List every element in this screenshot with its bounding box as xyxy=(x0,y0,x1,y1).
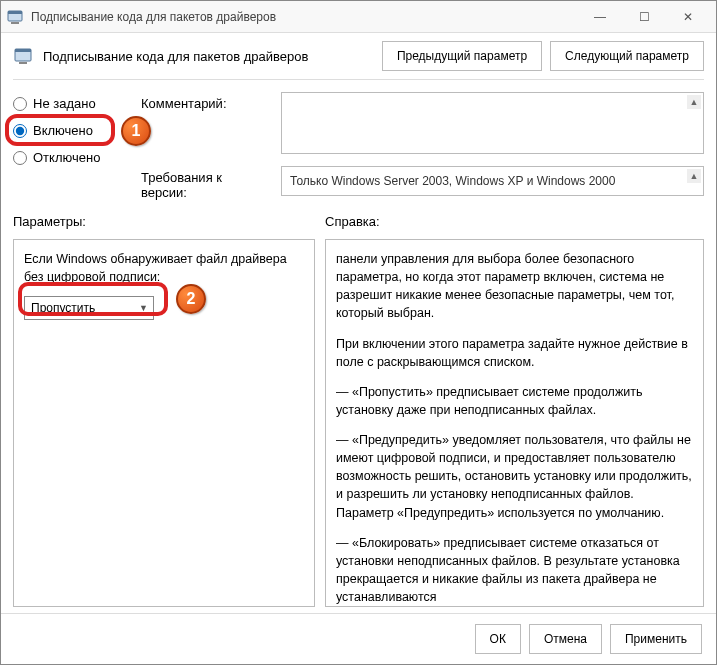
minimize-button[interactable]: — xyxy=(578,2,622,32)
help-paragraph: панели управления для выбора более безоп… xyxy=(336,250,693,323)
svg-rect-1 xyxy=(8,11,22,14)
annotation-marker-2: 2 xyxy=(176,284,206,314)
upper-panel: Не задано Включено Отключено 1 Комментар… xyxy=(1,86,716,210)
svg-rect-4 xyxy=(15,49,31,52)
radio-enabled[interactable]: Включено xyxy=(13,123,123,138)
close-button[interactable]: ✕ xyxy=(666,2,710,32)
metadata-fields: Комментарий: ▲ Требования к версии: Толь… xyxy=(141,92,704,200)
radio-enabled-input[interactable] xyxy=(13,124,27,138)
dropdown-value: Пропустить xyxy=(31,300,95,317)
options-pane: Если Windows обнаруживает файл драйвера … xyxy=(13,239,315,607)
radio-enabled-label: Включено xyxy=(33,123,93,138)
help-pane: панели управления для выбора более безоп… xyxy=(325,239,704,607)
radio-not-configured[interactable]: Не задано xyxy=(13,96,123,111)
unsigned-action-dropdown[interactable]: Пропустить ▼ xyxy=(24,296,154,320)
scroll-up-icon[interactable]: ▲ xyxy=(687,95,701,109)
dialog-footer: ОК Отмена Применить xyxy=(1,613,716,664)
policy-icon xyxy=(13,46,33,66)
radio-disabled-input[interactable] xyxy=(13,151,27,165)
svg-rect-5 xyxy=(19,62,27,64)
version-value: Только Windows Server 2003, Windows XP и… xyxy=(290,174,615,188)
policy-name: Подписывание кода для пакетов драйверов xyxy=(43,49,372,64)
policy-editor-window: Подписывание кода для пакетов драйверов … xyxy=(0,0,717,665)
help-paragraph: — «Блокировать» предписывает системе отк… xyxy=(336,534,693,607)
help-section-label: Справка: xyxy=(325,214,704,229)
previous-setting-button[interactable]: Предыдущий параметр xyxy=(382,41,542,71)
radio-not-configured-input[interactable] xyxy=(13,97,27,111)
help-paragraph: — «Пропустить» предписывает системе прод… xyxy=(336,383,693,419)
version-label: Требования к версии: xyxy=(141,166,271,200)
divider xyxy=(13,79,704,80)
titlebar: Подписывание кода для пакетов драйверов … xyxy=(1,1,716,33)
comment-label: Комментарий: xyxy=(141,92,271,111)
chevron-down-icon: ▼ xyxy=(139,302,148,315)
apply-button[interactable]: Применить xyxy=(610,624,702,654)
app-icon xyxy=(7,9,23,25)
scroll-up-icon[interactable]: ▲ xyxy=(687,169,701,183)
radio-not-configured-label: Не задано xyxy=(33,96,96,111)
maximize-button[interactable]: ☐ xyxy=(622,2,666,32)
section-labels: Параметры: Справка: xyxy=(1,210,716,233)
next-setting-button[interactable]: Следующий параметр xyxy=(550,41,704,71)
help-paragraph: — «Предупредить» уведомляет пользователя… xyxy=(336,431,693,522)
content-panes: Если Windows обнаруживает файл драйвера … xyxy=(1,233,716,613)
options-section-label: Параметры: xyxy=(13,214,325,229)
radio-disabled-label: Отключено xyxy=(33,150,100,165)
version-textbox: Только Windows Server 2003, Windows XP и… xyxy=(281,166,704,196)
cancel-button[interactable]: Отмена xyxy=(529,624,602,654)
state-radio-group: Не задано Включено Отключено 1 xyxy=(13,92,123,200)
help-paragraph: При включении этого параметра задайте ну… xyxy=(336,335,693,371)
unsigned-driver-prompt: Если Windows обнаруживает файл драйвера … xyxy=(24,250,304,286)
toolbar: Подписывание кода для пакетов драйверов … xyxy=(1,33,716,79)
svg-rect-2 xyxy=(11,22,19,24)
comment-textarea[interactable]: ▲ xyxy=(281,92,704,154)
window-controls: — ☐ ✕ xyxy=(578,2,710,32)
ok-button[interactable]: ОК xyxy=(475,624,521,654)
window-title: Подписывание кода для пакетов драйверов xyxy=(31,10,578,24)
radio-disabled[interactable]: Отключено xyxy=(13,150,123,165)
